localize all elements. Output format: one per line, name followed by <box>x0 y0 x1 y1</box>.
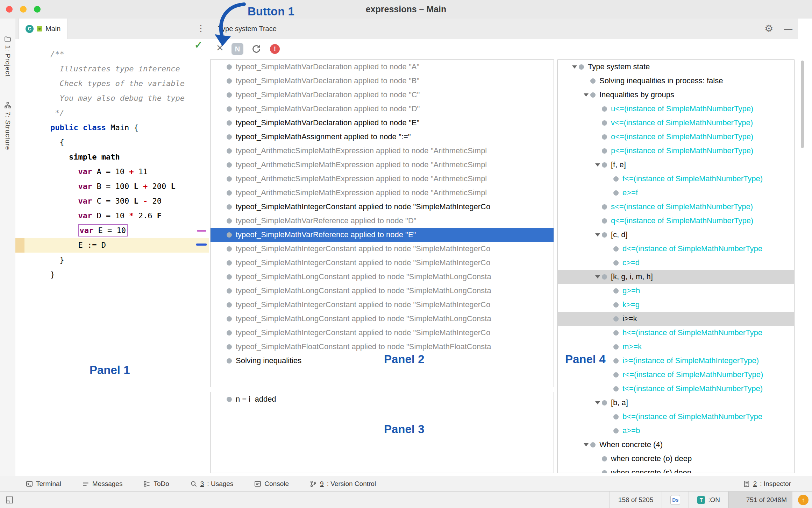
chevron-down-icon[interactable] <box>593 275 602 278</box>
trace-row[interactable]: typeof_SimpleMathLongConstant applied to… <box>211 270 554 284</box>
code-line[interactable]: } <box>15 253 209 267</box>
trace-row[interactable]: typeof_SimpleMathIntegerConstant applied… <box>211 242 554 256</box>
code-line[interactable]: Illustrates type inference <box>15 62 209 76</box>
trace-row[interactable]: typeof_SimpleMathVarDeclaration applied … <box>211 88 554 102</box>
tree-row[interactable]: q<=(instance of SimpleMathNumberType) <box>558 214 794 228</box>
tree-row[interactable]: e>=f <box>558 186 794 200</box>
tree-row[interactable]: k>=g <box>558 298 794 312</box>
tree-row[interactable]: s<=(instance of SimpleMathNumberType) <box>558 200 794 214</box>
stripe-structure[interactable]: 7: Structure <box>0 102 15 150</box>
tree-row[interactable]: u<=(instance of SimpleMathNumberType) <box>558 102 794 116</box>
tree-row[interactable]: [f, e] <box>558 158 794 172</box>
trace-row[interactable]: typeof_SimpleMathIntegerConstant applied… <box>211 326 554 340</box>
tree-row[interactable]: i>=k <box>558 312 794 326</box>
trace-row[interactable]: typeof_SimpleMathVarReference applied to… <box>211 214 554 228</box>
chevron-down-icon[interactable] <box>570 65 579 69</box>
trace-row[interactable]: typeof_ArithmeticSimpleMathExpression ap… <box>211 172 554 186</box>
chevron-down-icon[interactable] <box>593 401 602 404</box>
trace-row[interactable]: typeof_SimpleMathVarDeclaration applied … <box>211 116 554 130</box>
tree-row[interactable]: [b, a] <box>558 396 794 410</box>
code-line[interactable]: Check types of the variable <box>15 76 209 91</box>
code-line[interactable]: You may also debug the type <box>15 91 209 106</box>
tree-row[interactable]: p<=(instance of SimpleMathNumberType) <box>558 144 794 158</box>
tree-row[interactable]: g>=h <box>558 284 794 298</box>
chevron-down-icon[interactable] <box>582 93 590 97</box>
toolbar-terminal[interactable]: Terminal <box>26 480 61 488</box>
toolbar-messages[interactable]: Messages <box>82 480 123 488</box>
hide-panel-icon[interactable]: — <box>784 19 792 39</box>
trace-row[interactable]: typeof_SimpleMathLongConstant applied to… <box>211 312 554 326</box>
tree-row[interactable]: Type system state <box>558 60 794 74</box>
tree-row[interactable]: h<=(instance of SimpleMathNumberType <box>558 326 794 340</box>
toolbar-version-control[interactable]: 9: Version Control <box>310 480 376 488</box>
toolbar-inspector[interactable]: 2: Inspector <box>743 480 791 488</box>
chevron-down-icon[interactable] <box>582 443 590 446</box>
update-available-icon[interactable]: ↑ <box>798 495 809 505</box>
trace-row-label: typeof_SimpleMathIntegerConstant applied… <box>236 244 490 253</box>
tree-row[interactable]: Solving inequalities in process: false <box>558 74 794 88</box>
trace-row[interactable]: typeof_SimpleMathAssignment applied to n… <box>211 130 554 144</box>
minimize-window-button[interactable] <box>20 6 27 13</box>
typesystem-status[interactable]: T:ON <box>689 492 728 508</box>
code-line[interactable]: var B = 100 L + 200 L <box>15 179 209 194</box>
tree-row[interactable]: o<=(instance of SimpleMathNumberType) <box>558 130 794 144</box>
trace-event-row[interactable]: n = i added <box>211 392 554 406</box>
chevron-down-icon[interactable] <box>593 163 602 167</box>
trace-row[interactable]: typeof_SimpleMathIntegerConstant applied… <box>211 200 554 214</box>
code-line[interactable]: */ <box>15 106 209 120</box>
code-line[interactable]: } <box>15 267 209 282</box>
toolbar-usages[interactable]: 3: Usages <box>190 480 234 488</box>
trace-row[interactable]: typeof_ArithmeticSimpleMathExpression ap… <box>211 158 554 172</box>
tree-row[interactable]: [c, d] <box>558 228 794 242</box>
chevron-down-icon[interactable] <box>593 233 602 237</box>
close-window-button[interactable] <box>6 6 13 13</box>
trace-row[interactable]: typeof_SimpleMathVarReference applied to… <box>211 228 554 242</box>
tree-row[interactable]: m>=k <box>558 340 794 354</box>
scrollbar-thumb[interactable] <box>801 61 804 148</box>
gear-icon[interactable]: ⚙ <box>764 19 773 39</box>
zoom-window-button[interactable] <box>34 6 41 13</box>
code-line[interactable]: /** <box>15 47 209 62</box>
toolbar-todo[interactable]: ToDo <box>143 480 169 488</box>
tree-row[interactable]: c>=d <box>558 256 794 270</box>
tree-row[interactable]: when concrete (s) deep <box>558 466 794 473</box>
tree-row[interactable]: when concrete (o) deep <box>558 452 794 466</box>
tree-row[interactable]: d<=(instance of SimpleMathNumberType <box>558 242 794 256</box>
code-line[interactable]: { <box>15 135 209 150</box>
tree-row[interactable]: v<=(instance of SimpleMathNumberType) <box>558 116 794 130</box>
tree-row[interactable]: r<=(instance of SimpleMathNumberType) <box>558 368 794 382</box>
code-line[interactable]: public class Main { <box>15 120 209 135</box>
tree-row[interactable]: b<=(instance of SimpleMathNumberType <box>558 410 794 424</box>
memory-indicator[interactable]: 751 of 2048M <box>728 492 792 508</box>
stripe-project[interactable]: 1: Project <box>0 35 15 77</box>
trace-row[interactable]: typeof_SimpleMathIntegerConstant applied… <box>211 298 554 312</box>
toolbar-console[interactable]: Console <box>254 480 289 488</box>
code-line[interactable]: var A = 10 + 11 <box>15 164 209 179</box>
trace-row[interactable]: typeof_SimpleMathLongConstant applied to… <box>211 284 554 298</box>
tree-row[interactable]: Inequalities by groups <box>558 88 794 102</box>
tree-row[interactable]: When concrete (4) <box>558 438 794 452</box>
tree-row[interactable]: t<=(instance of SimpleMathNumberType) <box>558 382 794 396</box>
trace-row[interactable]: typeof_ArithmeticSimpleMathExpression ap… <box>211 186 554 200</box>
trace-row[interactable]: Solving inequalities <box>211 354 554 368</box>
code-editor[interactable]: /** Illustrates type inference Check typ… <box>15 39 209 476</box>
tree-row[interactable]: [k, g, i, m, h] <box>558 270 794 284</box>
code-line[interactable]: simple math <box>15 150 209 164</box>
tree-row[interactable]: a>=b <box>558 424 794 438</box>
trace-row[interactable]: typeof_SimpleMathFloatConstant applied t… <box>211 340 554 354</box>
trace-row[interactable]: typeof_ArithmeticSimpleMathExpression ap… <box>211 144 554 158</box>
datasource-indicator[interactable]: Ds <box>662 492 689 508</box>
tab-main[interactable]: C Main <box>18 19 68 39</box>
trace-row[interactable]: typeof_SimpleMathVarDeclaration applied … <box>211 60 554 74</box>
trace-row[interactable]: typeof_SimpleMathVarDeclaration applied … <box>211 74 554 88</box>
trace-row[interactable]: typeof_SimpleMathIntegerConstant applied… <box>211 256 554 270</box>
trace-row[interactable]: typeof_SimpleMathVarDeclaration applied … <box>211 102 554 116</box>
tree-row[interactable]: f<=(instance of SimpleMathNumberType) <box>558 172 794 186</box>
code-line[interactable]: var C = 300 L - 20 <box>15 194 209 209</box>
code-line[interactable]: var E = 10 <box>15 223 209 238</box>
position-indicator[interactable]: 158 of 5205 <box>610 492 662 508</box>
code-line[interactable]: E := D <box>15 238 209 253</box>
code-token: L <box>134 182 138 191</box>
code-line[interactable]: var D = 10 * 2.6 F <box>15 209 209 223</box>
layout-icon[interactable] <box>6 496 13 504</box>
